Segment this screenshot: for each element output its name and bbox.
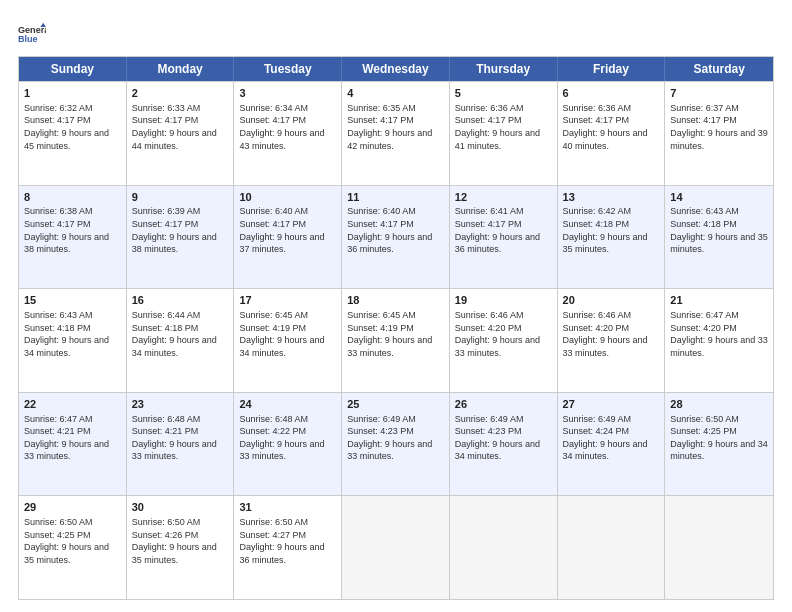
- daylight-text: Daylight: 9 hours and 43 minutes.: [239, 128, 324, 151]
- day-3-cell: 3 Sunrise: 6:34 AM Sunset: 4:17 PM Dayli…: [234, 82, 342, 185]
- sunset-text: Sunset: 4:18 PM: [24, 323, 91, 333]
- sunrise-text: Sunrise: 6:49 AM: [563, 414, 632, 424]
- sunrise-text: Sunrise: 6:34 AM: [239, 103, 308, 113]
- daylight-text: Daylight: 9 hours and 35 minutes.: [24, 542, 109, 565]
- day-18-cell: 18 Sunrise: 6:45 AM Sunset: 4:19 PM Dayl…: [342, 289, 450, 392]
- sunrise-text: Sunrise: 6:47 AM: [670, 310, 739, 320]
- header-wednesday: Wednesday: [342, 57, 450, 81]
- daylight-text: Daylight: 9 hours and 42 minutes.: [347, 128, 432, 151]
- sunrise-text: Sunrise: 6:33 AM: [132, 103, 201, 113]
- sunset-text: Sunset: 4:23 PM: [455, 426, 522, 436]
- day-number: 22: [24, 397, 121, 412]
- day-30-cell: 30 Sunrise: 6:50 AM Sunset: 4:26 PM Dayl…: [127, 496, 235, 599]
- week-row-2: 8 Sunrise: 6:38 AM Sunset: 4:17 PM Dayli…: [19, 185, 773, 289]
- day-15-cell: 15 Sunrise: 6:43 AM Sunset: 4:18 PM Dayl…: [19, 289, 127, 392]
- header-saturday: Saturday: [665, 57, 773, 81]
- sunset-text: Sunset: 4:17 PM: [132, 115, 199, 125]
- day-number: 30: [132, 500, 229, 515]
- logo: General Blue: [18, 20, 48, 48]
- day-12-cell: 12 Sunrise: 6:41 AM Sunset: 4:17 PM Dayl…: [450, 186, 558, 289]
- sunset-text: Sunset: 4:23 PM: [347, 426, 414, 436]
- daylight-text: Daylight: 9 hours and 34 minutes.: [24, 335, 109, 358]
- sunset-text: Sunset: 4:17 PM: [347, 115, 414, 125]
- sunset-text: Sunset: 4:26 PM: [132, 530, 199, 540]
- day-29-cell: 29 Sunrise: 6:50 AM Sunset: 4:25 PM Dayl…: [19, 496, 127, 599]
- day-number: 1: [24, 86, 121, 101]
- day-number: 20: [563, 293, 660, 308]
- daylight-text: Daylight: 9 hours and 33 minutes.: [239, 439, 324, 462]
- day-number: 7: [670, 86, 768, 101]
- daylight-text: Daylight: 9 hours and 44 minutes.: [132, 128, 217, 151]
- sunrise-text: Sunrise: 6:41 AM: [455, 206, 524, 216]
- sunset-text: Sunset: 4:17 PM: [455, 219, 522, 229]
- sunset-text: Sunset: 4:21 PM: [132, 426, 199, 436]
- daylight-text: Daylight: 9 hours and 34 minutes.: [563, 439, 648, 462]
- day-17-cell: 17 Sunrise: 6:45 AM Sunset: 4:19 PM Dayl…: [234, 289, 342, 392]
- daylight-text: Daylight: 9 hours and 33 minutes.: [347, 439, 432, 462]
- day-number: 26: [455, 397, 552, 412]
- sunrise-text: Sunrise: 6:36 AM: [563, 103, 632, 113]
- daylight-text: Daylight: 9 hours and 39 minutes.: [670, 128, 768, 151]
- daylight-text: Daylight: 9 hours and 41 minutes.: [455, 128, 540, 151]
- day-number: 27: [563, 397, 660, 412]
- sunrise-text: Sunrise: 6:49 AM: [347, 414, 416, 424]
- sunrise-text: Sunrise: 6:38 AM: [24, 206, 93, 216]
- day-11-cell: 11 Sunrise: 6:40 AM Sunset: 4:17 PM Dayl…: [342, 186, 450, 289]
- daylight-text: Daylight: 9 hours and 34 minutes.: [239, 335, 324, 358]
- sunset-text: Sunset: 4:25 PM: [24, 530, 91, 540]
- day-number: 17: [239, 293, 336, 308]
- sunrise-text: Sunrise: 6:46 AM: [563, 310, 632, 320]
- day-number: 13: [563, 190, 660, 205]
- daylight-text: Daylight: 9 hours and 38 minutes.: [132, 232, 217, 255]
- sunrise-text: Sunrise: 6:46 AM: [455, 310, 524, 320]
- day-number: 14: [670, 190, 768, 205]
- sunset-text: Sunset: 4:18 PM: [132, 323, 199, 333]
- daylight-text: Daylight: 9 hours and 34 minutes.: [455, 439, 540, 462]
- daylight-text: Daylight: 9 hours and 36 minutes.: [347, 232, 432, 255]
- sunset-text: Sunset: 4:22 PM: [239, 426, 306, 436]
- header-friday: Friday: [558, 57, 666, 81]
- header-sunday: Sunday: [19, 57, 127, 81]
- sunset-text: Sunset: 4:18 PM: [563, 219, 630, 229]
- sunrise-text: Sunrise: 6:48 AM: [132, 414, 201, 424]
- daylight-text: Daylight: 9 hours and 33 minutes.: [132, 439, 217, 462]
- sunrise-text: Sunrise: 6:43 AM: [24, 310, 93, 320]
- day-31-cell: 31 Sunrise: 6:50 AM Sunset: 4:27 PM Dayl…: [234, 496, 342, 599]
- day-19-cell: 19 Sunrise: 6:46 AM Sunset: 4:20 PM Dayl…: [450, 289, 558, 392]
- daylight-text: Daylight: 9 hours and 34 minutes.: [132, 335, 217, 358]
- day-number: 10: [239, 190, 336, 205]
- day-number: 9: [132, 190, 229, 205]
- day-number: 23: [132, 397, 229, 412]
- sunrise-text: Sunrise: 6:35 AM: [347, 103, 416, 113]
- logo-icon: General Blue: [18, 20, 46, 48]
- sunrise-text: Sunrise: 6:32 AM: [24, 103, 93, 113]
- day-number: 18: [347, 293, 444, 308]
- svg-text:Blue: Blue: [18, 34, 38, 44]
- day-number: 21: [670, 293, 768, 308]
- day-number: 2: [132, 86, 229, 101]
- calendar-body: 1 Sunrise: 6:32 AM Sunset: 4:17 PM Dayli…: [19, 81, 773, 599]
- sunrise-text: Sunrise: 6:45 AM: [239, 310, 308, 320]
- daylight-text: Daylight: 9 hours and 33 minutes.: [670, 335, 768, 358]
- sunrise-text: Sunrise: 6:50 AM: [132, 517, 201, 527]
- sunset-text: Sunset: 4:27 PM: [239, 530, 306, 540]
- day-20-cell: 20 Sunrise: 6:46 AM Sunset: 4:20 PM Dayl…: [558, 289, 666, 392]
- empty-cell: [665, 496, 773, 599]
- week-row-1: 1 Sunrise: 6:32 AM Sunset: 4:17 PM Dayli…: [19, 81, 773, 185]
- day-6-cell: 6 Sunrise: 6:36 AM Sunset: 4:17 PM Dayli…: [558, 82, 666, 185]
- sunset-text: Sunset: 4:17 PM: [347, 219, 414, 229]
- sunset-text: Sunset: 4:20 PM: [455, 323, 522, 333]
- day-2-cell: 2 Sunrise: 6:33 AM Sunset: 4:17 PM Dayli…: [127, 82, 235, 185]
- sunrise-text: Sunrise: 6:48 AM: [239, 414, 308, 424]
- daylight-text: Daylight: 9 hours and 36 minutes.: [239, 542, 324, 565]
- sunrise-text: Sunrise: 6:50 AM: [239, 517, 308, 527]
- day-number: 5: [455, 86, 552, 101]
- daylight-text: Daylight: 9 hours and 38 minutes.: [24, 232, 109, 255]
- day-number: 8: [24, 190, 121, 205]
- sunset-text: Sunset: 4:20 PM: [670, 323, 737, 333]
- sunrise-text: Sunrise: 6:49 AM: [455, 414, 524, 424]
- day-26-cell: 26 Sunrise: 6:49 AM Sunset: 4:23 PM Dayl…: [450, 393, 558, 496]
- sunrise-text: Sunrise: 6:44 AM: [132, 310, 201, 320]
- week-row-5: 29 Sunrise: 6:50 AM Sunset: 4:25 PM Dayl…: [19, 495, 773, 599]
- day-number: 15: [24, 293, 121, 308]
